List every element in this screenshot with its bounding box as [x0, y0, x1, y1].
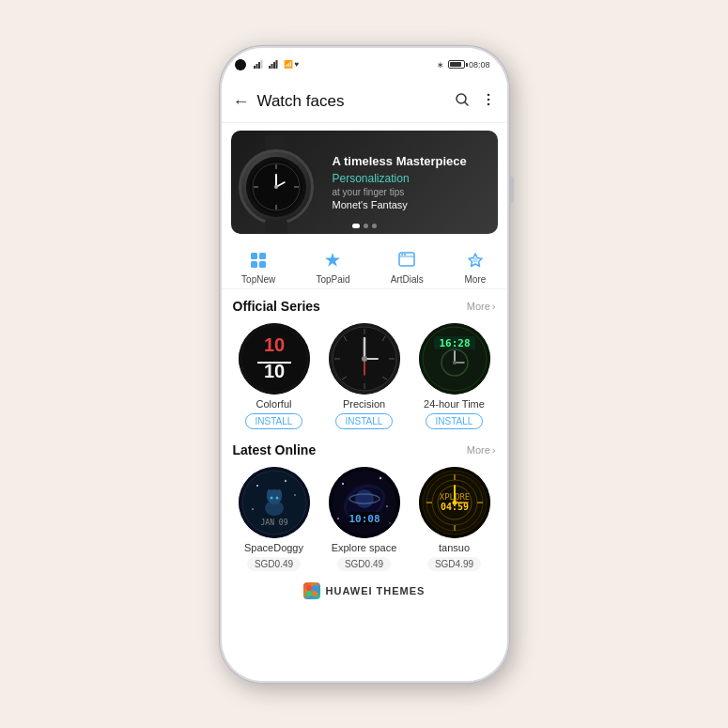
top-nav: ← Watch faces — [222, 82, 507, 123]
banner-dot-2 — [364, 224, 368, 228]
svg-point-69 — [275, 496, 278, 499]
status-bar: 📶 ♥ ∗ 08:08 — [222, 48, 507, 82]
banner-subtitle-small: at your finger tips — [333, 187, 498, 197]
svg-point-30 — [472, 257, 477, 262]
svg-point-28 — [401, 254, 403, 256]
back-button[interactable]: ← — [233, 92, 250, 112]
footer: HUAWEI THEMES — [222, 575, 507, 611]
side-button — [510, 177, 514, 203]
watch-face-tansuo[interactable]: XPLORE 04:59 tansuo SGD4.99 — [413, 467, 496, 571]
topnew-label: TopNew — [241, 274, 275, 285]
svg-point-21 — [274, 185, 278, 189]
svg-rect-6 — [273, 62, 275, 69]
colorful-install-button[interactable]: INSTALL — [245, 413, 303, 429]
latest-online-header: Latest Online More › — [233, 442, 496, 457]
banner-dot-1 — [352, 224, 360, 228]
svg-point-97 — [452, 500, 457, 504]
precision-face-image — [329, 323, 400, 395]
svg-rect-22 — [251, 253, 257, 259]
latest-online-title: Latest Online — [233, 442, 317, 457]
svg-point-78 — [337, 518, 339, 519]
24hr-install-button[interactable]: INSTALL — [426, 413, 484, 429]
battery-icon — [448, 60, 465, 69]
banner-watch-image — [239, 140, 323, 225]
svg-rect-24 — [251, 261, 257, 268]
more-icon — [464, 249, 487, 271]
svg-line-9 — [465, 102, 468, 105]
svg-rect-23 — [259, 253, 266, 259]
chevron-right-icon-2: › — [492, 444, 496, 456]
svg-point-11 — [487, 99, 489, 101]
artdials-icon — [395, 249, 418, 271]
toppaid-label: TopPaid — [316, 274, 349, 285]
tab-topnew[interactable]: TopNew — [241, 249, 275, 285]
svg-point-61 — [284, 479, 286, 481]
watch-face-colorful[interactable]: 10 10 Colorful INSTALL — [233, 323, 316, 429]
banner-watch-name: Monet's Fantasy — [333, 199, 498, 210]
banner-title: A timeless Masterpiece — [333, 154, 498, 168]
artdials-label: ArtDials — [391, 274, 424, 285]
svg-point-12 — [487, 103, 489, 106]
svg-point-80 — [355, 489, 374, 508]
watch-face-24hr[interactable]: 16:28 24-hour Time INSTALL — [413, 323, 496, 429]
spacedoggy-name: SpaceDoggy — [244, 542, 303, 553]
svg-point-63 — [252, 508, 254, 510]
toppaid-icon — [321, 249, 344, 271]
latest-online-more[interactable]: More › — [465, 444, 496, 456]
precision-name: Precision — [343, 398, 385, 410]
huawei-logo — [303, 582, 320, 599]
search-icon[interactable] — [455, 92, 470, 111]
svg-rect-0 — [254, 66, 256, 69]
status-right: ∗ 08:08 — [437, 60, 490, 70]
chevron-right-icon: › — [492, 301, 496, 312]
watch-face-precision[interactable]: Precision INSTALL — [323, 323, 406, 429]
tansuo-name: tansuo — [439, 542, 470, 553]
latest-online-grid: JAN 09 SpaceDoggy SGD0.49 — [233, 467, 496, 571]
spacedoggy-price: SGD0.49 — [247, 557, 301, 571]
status-left: 📶 ♥ — [235, 59, 300, 70]
watch-face-explore[interactable]: 10:08 Explore space SGD0.49 — [323, 467, 406, 571]
svg-rect-3 — [260, 60, 262, 69]
colorful-name: Colorful — [256, 398, 292, 410]
svg-text:10:08: 10:08 — [349, 513, 379, 525]
tansuo-face-image: XPLORE 04:59 — [419, 467, 490, 538]
banner-dots — [352, 224, 377, 228]
main-content: A timeless Masterpiece Personalization a… — [222, 123, 507, 681]
banner[interactable]: A timeless Masterpiece Personalization a… — [231, 131, 498, 234]
svg-rect-25 — [259, 261, 266, 268]
24hr-face-image: 16:28 — [419, 323, 490, 395]
phone-screen: 📶 ♥ ∗ 08:08 ← Watch faces — [222, 48, 507, 681]
svg-point-75 — [342, 483, 344, 485]
latest-online-section: Latest Online More › — [222, 433, 507, 575]
tab-artdials[interactable]: ArtDials — [391, 249, 424, 285]
svg-point-100 — [306, 591, 312, 596]
tab-more[interactable]: More — [464, 249, 487, 285]
official-series-section: Official Series More › — [222, 289, 507, 433]
topnew-icon — [247, 249, 270, 271]
official-series-more[interactable]: More › — [465, 301, 496, 312]
svg-point-76 — [379, 476, 380, 478]
svg-point-99 — [312, 585, 318, 591]
precision-install-button[interactable]: INSTALL — [335, 413, 394, 429]
svg-point-101 — [312, 591, 318, 596]
svg-rect-2 — [258, 62, 260, 69]
more-menu-icon[interactable] — [481, 92, 496, 111]
banner-subtitle: Personalization — [333, 172, 498, 185]
svg-point-29 — [404, 254, 406, 256]
svg-point-79 — [389, 522, 391, 524]
time-display: 08:08 — [469, 60, 490, 70]
svg-rect-4 — [269, 66, 271, 69]
explore-price: SGD0.49 — [337, 557, 391, 571]
footer-brand: HUAWEI THEMES — [326, 585, 426, 596]
explore-name: Explore space — [332, 542, 397, 553]
colorful-face-image: 10 10 — [239, 323, 310, 395]
phone-frame: 📶 ♥ ∗ 08:08 ← Watch faces — [219, 45, 510, 684]
banner-text: A timeless Masterpiece Personalization a… — [333, 154, 498, 210]
svg-point-68 — [270, 496, 272, 499]
tab-toppaid[interactable]: TopPaid — [316, 249, 349, 285]
official-series-grid: 10 10 Colorful INSTALL — [233, 323, 496, 429]
24hr-name: 24-hour Time — [424, 398, 485, 410]
watch-face-spacedoggy[interactable]: JAN 09 SpaceDoggy SGD0.49 — [233, 467, 316, 571]
svg-rect-5 — [271, 64, 272, 69]
svg-rect-1 — [256, 64, 257, 69]
